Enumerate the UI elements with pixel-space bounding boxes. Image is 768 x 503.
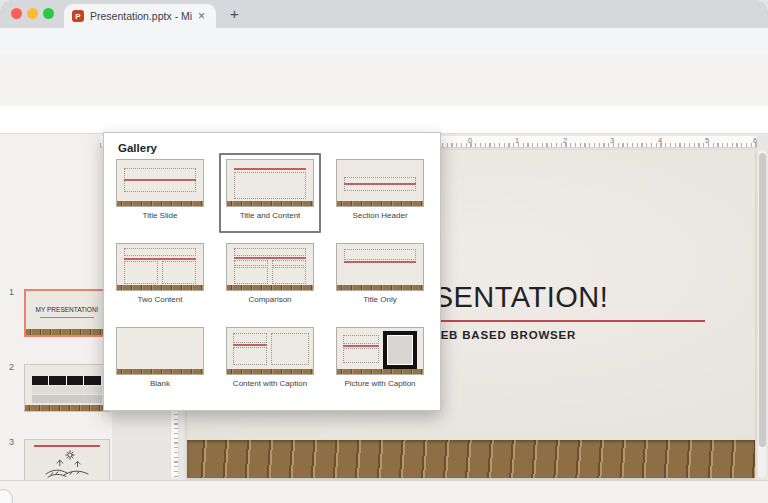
scrollbar-thumb[interactable] bbox=[759, 153, 766, 447]
ruler-tick-label: 0 bbox=[464, 136, 476, 145]
placeholder-box bbox=[271, 333, 309, 365]
accent-line bbox=[344, 183, 416, 185]
browser-window: P Presentation.pptx - Microsoft P × + Gu… bbox=[0, 0, 768, 503]
placeholder-box bbox=[233, 333, 267, 343]
office-header: P Presentation - Saved to OneDrive bbox=[0, 54, 768, 82]
layout-thumbnail bbox=[336, 159, 424, 207]
layout-thumbnail bbox=[116, 327, 204, 375]
wood-floor bbox=[187, 440, 755, 478]
accent-line bbox=[234, 257, 306, 259]
table-row bbox=[32, 395, 102, 403]
layout-thumbnail bbox=[116, 159, 204, 207]
placeholder-box bbox=[344, 249, 416, 260]
minimize-window-button[interactable] bbox=[27, 8, 38, 19]
wood-floor bbox=[227, 285, 313, 290]
picture-matte bbox=[387, 335, 413, 365]
table-row bbox=[32, 386, 102, 394]
accessibility-bubble[interactable] bbox=[0, 489, 13, 503]
layout-gallery-popup: Gallery Title Slide Title and Content bbox=[103, 132, 441, 411]
placeholder-box bbox=[272, 267, 306, 284]
gallery-item-two-content[interactable]: Two Content bbox=[109, 237, 211, 317]
ribbon-tab-row: File Home Insert Draw Design Transitions… bbox=[0, 82, 768, 106]
wood-floor bbox=[25, 405, 109, 411]
thumb-subtitle-line bbox=[40, 317, 94, 318]
status-bar: Slide 1 of 4 English (U.S.) Give Feedbac… bbox=[0, 480, 768, 503]
gallery-item-content-with-caption[interactable]: Content with Caption bbox=[219, 321, 321, 401]
gallery-item-title-and-content[interactable]: Title and Content bbox=[219, 153, 321, 233]
wood-floor bbox=[337, 285, 423, 290]
wood-floor bbox=[337, 369, 423, 374]
slide-number: 2 bbox=[9, 362, 14, 372]
placeholder-box bbox=[272, 260, 306, 266]
layout-thumbnail bbox=[226, 243, 314, 291]
slide-thumbnail-panel: 1 MY PRESENTATION! 2 3 4 O bbox=[0, 134, 112, 480]
slide-thumbnail-2[interactable] bbox=[24, 364, 110, 412]
placeholder-box bbox=[124, 248, 196, 256]
gallery-item-comparison[interactable]: Comparison bbox=[219, 237, 321, 317]
accent-line bbox=[34, 445, 100, 447]
ruler-tick-label: 3 bbox=[606, 136, 618, 145]
slide-number: 1 bbox=[9, 287, 14, 297]
slide-subtitle-text[interactable]: WEB BASED BROWSER bbox=[429, 329, 576, 341]
layout-thumbnail bbox=[116, 243, 204, 291]
accent-line bbox=[124, 258, 196, 260]
placeholder-box bbox=[162, 261, 196, 284]
placeholder-box bbox=[234, 260, 268, 266]
placeholder-box bbox=[234, 172, 306, 199]
gallery-item-title-slide[interactable]: Title Slide bbox=[109, 153, 211, 233]
gallery-item-title-only[interactable]: Title Only bbox=[329, 237, 431, 317]
layout-thumbnail bbox=[226, 159, 314, 207]
zoom-window-button[interactable] bbox=[43, 8, 54, 19]
layout-thumbnail bbox=[226, 327, 314, 375]
slide-thumbnail-1[interactable]: MY PRESENTATION! bbox=[24, 289, 110, 337]
placeholder-box bbox=[234, 248, 306, 256]
wood-floor bbox=[227, 369, 313, 374]
quick-toolbar: A+ A- B A ··· ··· bbox=[0, 106, 768, 134]
ruler-tick-label: 5 bbox=[701, 136, 713, 145]
browser-navbar: Guest bbox=[0, 28, 768, 54]
gallery-item-picture-with-caption[interactable]: Picture with Caption bbox=[329, 321, 431, 401]
placeholder-box bbox=[234, 267, 268, 284]
wood-floor bbox=[26, 329, 108, 335]
placeholder-box bbox=[343, 335, 379, 344]
sketch-drawing bbox=[44, 449, 90, 479]
accent-line bbox=[124, 179, 196, 181]
tab-close-icon[interactable]: × bbox=[198, 9, 205, 23]
ruler-tick-label: 2 bbox=[559, 136, 571, 145]
powerpoint-favicon: P bbox=[72, 10, 84, 22]
accent-line bbox=[234, 168, 306, 170]
accent-line bbox=[343, 345, 379, 347]
ruler-tick-label: 4 bbox=[654, 136, 666, 145]
tab-title: Presentation.pptx - Microsoft P bbox=[90, 10, 192, 22]
slide-number: 3 bbox=[9, 437, 14, 447]
ruler-tick-label: 1 bbox=[511, 136, 523, 145]
accent-line bbox=[233, 344, 267, 346]
thumb-title-text: MY PRESENTATION! bbox=[26, 306, 108, 313]
table-header-row bbox=[32, 376, 102, 385]
browser-tab[interactable]: P Presentation.pptx - Microsoft P × bbox=[64, 4, 216, 28]
close-window-button[interactable] bbox=[11, 8, 22, 19]
wood-floor bbox=[117, 369, 203, 374]
wood-floor bbox=[337, 201, 423, 206]
browser-tabstrip: P Presentation.pptx - Microsoft P × + bbox=[0, 0, 768, 28]
placeholder-box bbox=[343, 348, 379, 363]
wood-floor bbox=[227, 201, 313, 206]
ruler-tick-label: 6 bbox=[749, 136, 761, 145]
layout-thumbnail bbox=[336, 327, 424, 375]
wood-floor bbox=[117, 201, 203, 206]
wood-floor bbox=[117, 285, 203, 290]
placeholder-box bbox=[233, 347, 267, 365]
accent-line bbox=[344, 261, 416, 263]
picture-frame bbox=[383, 331, 417, 369]
new-tab-button[interactable]: + bbox=[230, 5, 239, 22]
layout-thumbnail bbox=[336, 243, 424, 291]
gallery-item-blank[interactable]: Blank bbox=[109, 321, 211, 401]
placeholder-box bbox=[124, 261, 158, 284]
gallery-item-section-header[interactable]: Section Header bbox=[329, 153, 431, 233]
